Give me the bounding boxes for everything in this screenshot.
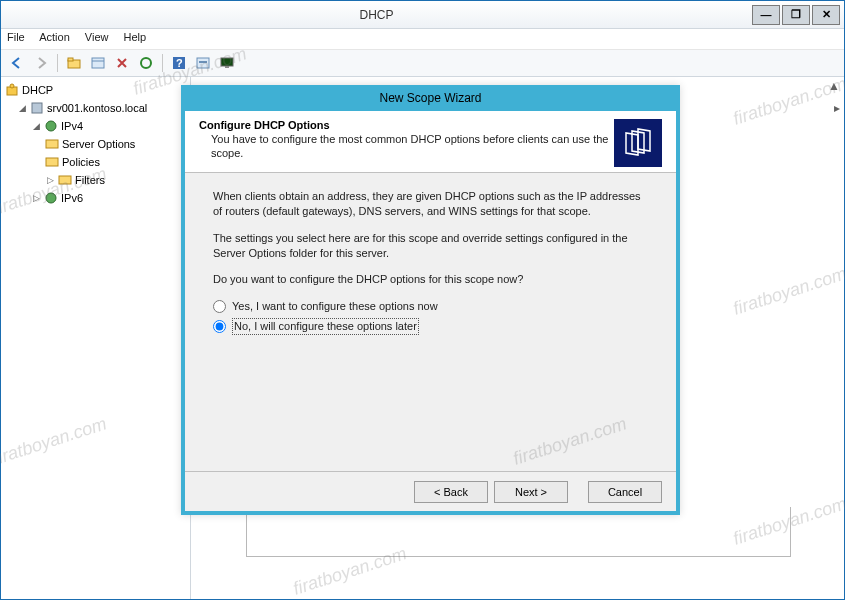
tree-ipv6[interactable]: ▷ IPv6	[3, 189, 188, 207]
svg-rect-16	[46, 158, 58, 166]
radio-yes[interactable]	[213, 300, 226, 313]
wizard-paragraph-1: When clients obtain an address, they are…	[213, 189, 648, 219]
next-button[interactable]: Next >	[494, 481, 568, 503]
wizard-header: Configure DHCP Options You have to confi…	[185, 111, 676, 173]
tree-server[interactable]: ◢ srv001.kontoso.local	[3, 99, 188, 117]
tree-label: Server Options	[62, 138, 135, 150]
dhcp-icon	[5, 83, 19, 97]
help-icon[interactable]: ?	[169, 53, 189, 73]
tree-label: IPv6	[61, 192, 83, 204]
svg-rect-9	[221, 58, 233, 66]
toolbar-separator	[57, 54, 58, 72]
menu-file[interactable]: File	[7, 31, 25, 43]
properties-icon[interactable]	[88, 53, 108, 73]
window-title: DHCP	[1, 8, 752, 22]
menu-view[interactable]: View	[85, 31, 109, 43]
wizard-paragraph-2: The settings you select here are for thi…	[213, 231, 648, 261]
svg-rect-13	[32, 103, 42, 113]
maximize-button[interactable]: ❐	[782, 5, 810, 25]
server-icon	[30, 101, 44, 115]
expander-icon[interactable]: ▷	[31, 193, 42, 204]
svg-point-12	[10, 84, 14, 88]
menu-action[interactable]: Action	[39, 31, 70, 43]
tree-label: IPv4	[61, 120, 83, 132]
folder-icon	[58, 173, 72, 187]
more-icon[interactable]: ▸	[834, 101, 840, 115]
monitor-icon[interactable]	[217, 53, 237, 73]
view-icon[interactable]	[193, 53, 213, 73]
wizard-title: New Scope Wizard	[185, 85, 676, 111]
svg-point-14	[46, 121, 56, 131]
tree-ipv4[interactable]: ◢ IPv4	[3, 117, 188, 135]
expander-icon[interactable]: ◢	[31, 121, 42, 132]
tree-label: Policies	[62, 156, 100, 168]
folder-icon	[45, 155, 59, 169]
svg-rect-15	[46, 140, 58, 148]
delete-icon[interactable]	[112, 53, 132, 73]
tree-policies[interactable]: Policies	[3, 153, 188, 171]
folder-up-icon[interactable]	[64, 53, 84, 73]
expander-icon[interactable]: ◢	[17, 103, 28, 114]
close-button[interactable]: ✕	[812, 5, 840, 25]
refresh-icon[interactable]	[136, 53, 156, 73]
wizard-heading: Configure DHCP Options	[199, 119, 614, 131]
cancel-button[interactable]: Cancel	[588, 481, 662, 503]
radio-no[interactable]	[213, 320, 226, 333]
expander-icon[interactable]: ▷	[45, 175, 56, 186]
tree-server-options[interactable]: Server Options	[3, 135, 188, 153]
svg-point-18	[46, 193, 56, 203]
tree-label: Filters	[75, 174, 105, 186]
menu-help[interactable]: Help	[124, 31, 147, 43]
tree-panel: DHCP ◢ srv001.kontoso.local ◢ IPv4 Serve…	[1, 77, 191, 599]
menu-bar: File Action View Help	[1, 29, 844, 49]
tree-root-dhcp[interactable]: DHCP	[3, 81, 188, 99]
tree-label: srv001.kontoso.local	[47, 102, 147, 114]
svg-rect-1	[68, 58, 73, 61]
svg-rect-10	[225, 66, 229, 68]
radio-yes-label[interactable]: Yes, I want to configure these options n…	[232, 299, 438, 314]
wizard-content: When clients obtain an address, they are…	[185, 173, 676, 471]
tree-label: DHCP	[22, 84, 53, 96]
radio-no-label[interactable]: No, I will configure these options later	[232, 318, 419, 335]
forward-icon[interactable]	[31, 53, 51, 73]
wizard-subtitle: You have to configure the most common DH…	[199, 133, 614, 161]
svg-text:?: ?	[176, 57, 183, 69]
svg-rect-17	[59, 176, 71, 184]
wizard-banner-icon	[614, 119, 662, 167]
svg-point-4	[141, 58, 151, 68]
toolbar-separator	[162, 54, 163, 72]
ipv4-icon	[44, 119, 58, 133]
back-button[interactable]: < Back	[414, 481, 488, 503]
main-titlebar: DHCP — ❐ ✕	[1, 1, 844, 29]
svg-rect-2	[92, 58, 104, 68]
tree-filters[interactable]: ▷ Filters	[3, 171, 188, 189]
new-scope-wizard-dialog: New Scope Wizard Configure DHCP Options …	[181, 85, 680, 515]
toolbar: ?	[1, 49, 844, 77]
wizard-footer: < Back Next > Cancel	[185, 471, 676, 511]
minimize-button[interactable]: —	[752, 5, 780, 25]
back-icon[interactable]	[7, 53, 27, 73]
wizard-paragraph-3: Do you want to configure the DHCP option…	[213, 272, 648, 287]
scroll-up-icon[interactable]: ▲	[828, 79, 840, 93]
folder-icon	[45, 137, 59, 151]
svg-rect-8	[199, 61, 207, 63]
ipv6-icon	[44, 191, 58, 205]
